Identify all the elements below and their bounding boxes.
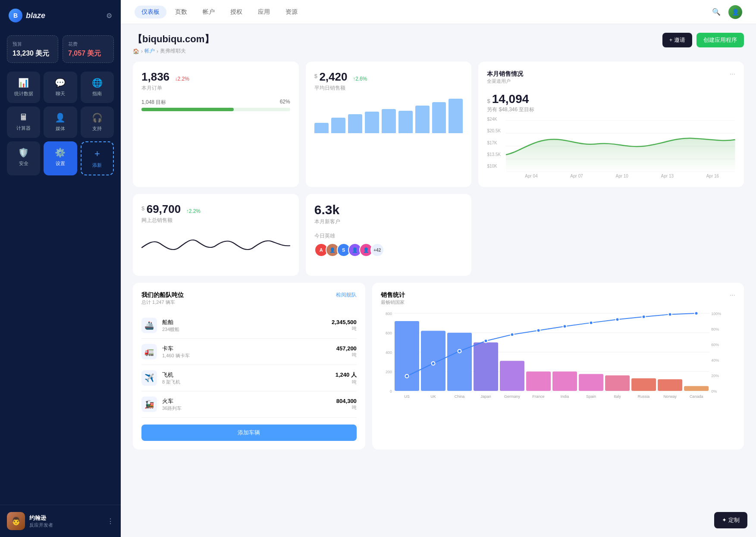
- chart-x-axis: Apr 04 Apr 07 Apr 10 Apr 13 Apr 16: [508, 174, 735, 178]
- svg-point-46: [431, 362, 435, 365]
- nav-item-add[interactable]: + 添新: [81, 141, 114, 175]
- wave-chart: [141, 228, 290, 267]
- svg-rect-41: [658, 379, 682, 391]
- tab-dashboard[interactable]: 仪表板: [135, 6, 166, 19]
- svg-text:100%: 100%: [711, 312, 721, 316]
- avatar-image: 👨: [7, 512, 25, 530]
- user-more-icon[interactable]: ⋮: [107, 517, 114, 525]
- nav-user-avatar[interactable]: 👤: [728, 5, 742, 19]
- fleet-subtitle: 总计 1,247 辆车: [141, 299, 184, 306]
- tab-apps[interactable]: 应用: [251, 6, 277, 19]
- total-sales-row: $ 69,700 ↑2.2%: [141, 203, 290, 216]
- nav-item-support[interactable]: 🎧 支持: [81, 106, 114, 138]
- svg-text:UK: UK: [430, 394, 436, 399]
- svg-rect-39: [631, 378, 656, 391]
- logo-icon: B: [9, 9, 22, 22]
- avg-sales-label: 平均日销售额: [314, 84, 463, 92]
- tab-accounts[interactable]: 帐户: [196, 6, 222, 19]
- new-customers-card: 6.3k 本月新客户 今日英雄 A 👤 S 👤 👤 +42: [306, 194, 472, 276]
- stats-grid: 1,836 ↓2.2% 本月订单 1,048 目标 62% $: [133, 62, 744, 187]
- svg-text:Spain: Spain: [586, 394, 596, 399]
- tab-auth[interactable]: 授权: [223, 6, 249, 19]
- create-app-button[interactable]: 创建应用程序: [696, 33, 744, 47]
- truck-unit: 吨: [336, 352, 357, 358]
- fleet-item-truck: 🚛 卡车 1,460 辆卡车 457,200 吨: [141, 339, 357, 365]
- customize-button[interactable]: ✦ 定制: [714, 512, 747, 528]
- breadcrumb-accounts[interactable]: 帐户: [144, 47, 155, 55]
- svg-text:Norway: Norway: [663, 394, 677, 399]
- svg-text:200: 200: [386, 370, 392, 374]
- top-nav: 仪表板 页数 帐户 授权 应用 资源 🔍 👤: [121, 0, 756, 24]
- fleet-card: 我们的船队吨位 总计 1,247 辆车 检阅舰队 🚢 船舶 234艘船 2,34…: [133, 283, 365, 450]
- support-label: 支持: [92, 125, 102, 132]
- orders-progress-fill: [141, 108, 234, 111]
- svg-point-56: [694, 312, 698, 315]
- orders-label: 本月订单: [141, 84, 290, 92]
- budget-card: 预算 13,230 美元: [7, 35, 58, 63]
- breadcrumb-current: 奥弗维耶夫: [160, 47, 186, 55]
- x-apr07: Apr 07: [570, 174, 583, 178]
- train-icon: 🚂: [141, 397, 157, 412]
- svg-point-54: [642, 315, 645, 318]
- svg-text:0%: 0%: [711, 389, 717, 393]
- logo-area: B blaze: [9, 9, 45, 22]
- nav-item-guide[interactable]: 🌐 指南: [81, 72, 114, 103]
- avg-sales-change: ↑2.6%: [353, 76, 367, 82]
- nav-item-analytics[interactable]: 📊 统计数据: [7, 72, 40, 103]
- svg-text:India: India: [561, 394, 569, 399]
- nav-item-settings[interactable]: ⚙️ 设置: [44, 141, 77, 175]
- svg-text:20%: 20%: [711, 374, 719, 378]
- bar-2: [331, 118, 345, 133]
- nav-item-chat[interactable]: 💬 聊天: [44, 72, 77, 103]
- svg-point-47: [458, 350, 461, 353]
- fleet-link[interactable]: 检阅舰队: [336, 291, 357, 299]
- orders-progress-bg: [141, 108, 290, 111]
- nav-grid: 📊 统计数据 💬 聊天 🌐 指南 🖩 计算器 👤 媒体 🎧 支持 🛡️ 安全: [0, 72, 121, 182]
- sidebar-settings-icon[interactable]: ⚙: [106, 12, 112, 20]
- add-vehicle-button[interactable]: 添加车辆: [141, 425, 357, 441]
- sales-chart-more-icon[interactable]: ···: [730, 291, 735, 306]
- orders-change: ↓2.2%: [175, 76, 189, 82]
- avg-sales-card: $ 2,420 ↑2.6% 平均日销售额: [306, 62, 472, 187]
- orders-progress-label: 1,048 目标 62%: [141, 99, 290, 106]
- bar-4: [365, 112, 379, 133]
- svg-rect-23: [421, 331, 445, 391]
- svg-text:Germany: Germany: [504, 394, 521, 399]
- train-unit: 吨: [336, 404, 357, 411]
- sales-bar-chart-svg: 02004006008000%20%40%60%80%100%USUKChina…: [381, 309, 735, 404]
- ship-name: 船舶: [162, 318, 326, 326]
- search-button[interactable]: 🔍: [709, 5, 723, 19]
- tab-pages[interactable]: 页数: [168, 6, 194, 19]
- svg-text:0: 0: [390, 389, 392, 393]
- svg-text:France: France: [532, 394, 544, 399]
- total-sales-label: 网上总销售额: [141, 217, 290, 224]
- svg-text:Canada: Canada: [690, 394, 703, 399]
- svg-point-51: [563, 325, 566, 328]
- truck-info: 卡车 1,460 辆卡车: [162, 345, 331, 359]
- bar-8: [432, 102, 446, 133]
- svg-rect-35: [579, 374, 603, 391]
- analytics-label: 统计数据: [14, 91, 33, 97]
- add-label: 添新: [92, 162, 102, 169]
- svg-text:40%: 40%: [711, 358, 719, 362]
- x-apr10: Apr 10: [615, 174, 628, 178]
- svg-text:600: 600: [386, 331, 392, 335]
- svg-text:Italy: Italy: [614, 394, 621, 399]
- tab-resources[interactable]: 资源: [279, 6, 304, 19]
- chat-icon: 💬: [55, 78, 66, 88]
- invite-button[interactable]: + 邀请: [662, 33, 692, 47]
- nav-item-calculator[interactable]: 🖩 计算器: [7, 106, 40, 138]
- train-name: 火车: [162, 397, 331, 405]
- svg-point-45: [405, 375, 408, 378]
- x-apr16: Apr 16: [706, 174, 719, 178]
- truck-name: 卡车: [162, 345, 331, 353]
- support-icon: 🎧: [92, 112, 103, 123]
- nav-item-security[interactable]: 🛡️ 安全: [7, 141, 40, 175]
- truck-value: 457,200 吨: [336, 345, 357, 358]
- monthly-more-icon[interactable]: ···: [730, 70, 735, 78]
- budget-cards: 预算 13,230 美元 花费 7,057 美元: [0, 31, 121, 72]
- nav-item-media[interactable]: 👤 媒体: [44, 106, 77, 138]
- fleet-item-plane: ✈️ 飞机 8 架飞机 1,240 人 吨: [141, 365, 357, 391]
- truck-count: 1,460 辆卡车: [162, 353, 331, 359]
- orders-value-row: 1,836 ↓2.2%: [141, 70, 290, 84]
